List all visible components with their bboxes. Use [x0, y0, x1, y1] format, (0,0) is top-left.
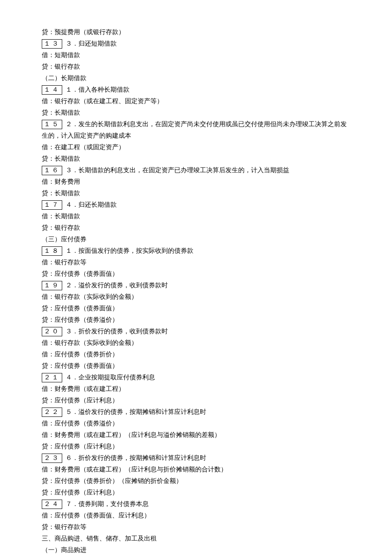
line-text: 借：应付债券（债券面值、应计利息）	[42, 512, 150, 519]
boxed-number: １９	[42, 281, 62, 290]
boxed-number: ２３	[42, 454, 62, 463]
line-text: 贷：长期借款	[42, 190, 80, 197]
text-line: 借：应付债券（债券折价）	[42, 349, 350, 360]
text-line: １９ ２．溢价发行的债券，收到债券款时	[42, 280, 350, 291]
line-text: 三、商品购进、销售、储存、加工及出租	[42, 535, 157, 542]
line-text: 借：财务费用（或在建工程）（应计利息与折价摊销额的合计数）	[42, 466, 227, 473]
text-line: 贷：长期借款	[42, 153, 350, 165]
line-text: 贷：应付债券（应计利息）	[42, 443, 118, 450]
boxed-number: １５	[42, 120, 62, 129]
boxed-number: ２１	[42, 373, 62, 382]
text-line: １５ ２．发生的长期借款利息支出，在固定资产尚未交付使用或虽已交付使用但尚未办理…	[42, 119, 350, 142]
text-line: 贷：银行存款等	[42, 521, 350, 533]
line-text: 借：银行存款等	[42, 259, 86, 266]
text-line: 贷：应付债券（债券溢价）	[42, 314, 350, 326]
line-text: 贷：应付债券（债券折价）（应摊销的折价金额）	[42, 477, 182, 484]
text-line: 借：银行存款（实际收到的金额）	[42, 337, 350, 349]
boxed-number: ２０	[42, 327, 62, 336]
line-text: 借：长期借款	[42, 213, 80, 220]
line-text: （三）应付债券	[42, 236, 86, 243]
line-text: ５．溢价发行的债券，按期摊销和计算应计利息时	[66, 408, 206, 415]
line-text: 贷：应付债券（应计利息）	[42, 397, 118, 404]
line-text: 借：财务费用	[42, 178, 80, 185]
text-line: １３ ３．归还短期借款	[42, 38, 350, 49]
boxed-number: １４	[42, 85, 62, 95]
line-text: 借：在建工程（或固定资产）	[42, 144, 125, 150]
line-text: ６．折价发行的债券，按期摊销和计算应计利息时	[66, 454, 206, 461]
text-line: １８ １．按面值发行的债券，按实际收到的债券款	[42, 245, 350, 257]
document-page: 贷：预提费用（或银行存款）１３ ３．归还短期借款借：短期借款贷：银行存款（二）长…	[0, 0, 392, 555]
line-text: 借：银行存款（实际收到的金额）	[42, 339, 138, 346]
line-text: 贷：银行存款	[42, 63, 80, 70]
text-line: 借：银行存款等	[42, 257, 350, 268]
text-line: ２３ ６．折价发行的债券，按期摊销和计算应计利息时	[42, 452, 350, 464]
boxed-number: １８	[42, 246, 62, 256]
line-text: 贷：银行存款等	[42, 523, 86, 530]
text-line: （三）应付债券	[42, 234, 350, 245]
text-line: 借：财务费用	[42, 176, 350, 188]
line-text: 贷：银行存款	[42, 224, 80, 231]
line-text: ３．长期借款的利息支出，在固定资产已办理竣工决算后发生的，计入当期损益	[66, 167, 289, 173]
text-line: 借：银行存款（实际收到的金额）	[42, 291, 350, 303]
boxed-number: １７	[42, 200, 62, 210]
line-text: ４．企业按期提取应付债券利息	[66, 374, 155, 381]
boxed-number: １３	[42, 39, 62, 49]
line-text: 贷：长期借款	[42, 155, 80, 162]
text-line: 贷：长期借款	[42, 188, 350, 199]
line-text: 贷：应付债券（债券面值）	[42, 362, 118, 369]
text-line: （二）长期借款	[42, 72, 350, 84]
text-line: １６ ３．长期借款的利息支出，在固定资产已办理竣工决算后发生的，计入当期损益	[42, 165, 350, 176]
line-text: 借：银行存款（实际收到的金额）	[42, 293, 138, 300]
text-line: 三、商品购进、销售、储存、加工及出租	[42, 533, 350, 544]
text-line: ２０ ３．折价发行的债券，收到债券款时	[42, 326, 350, 337]
text-line: ２１ ４．企业按期提取应付债券利息	[42, 372, 350, 383]
document-body: 贷：预提费用（或银行存款）１３ ３．归还短期借款借：短期借款贷：银行存款（二）长…	[42, 26, 350, 555]
line-text: ２．发生的长期借款利息支出，在固定资产尚未交付使用或虽已交付使用但尚未办理竣工决…	[42, 121, 347, 139]
text-line: 贷：应付债券（应计利息）	[42, 395, 350, 406]
text-line: 贷：长期借款	[42, 107, 350, 119]
line-text: （二）长期借款	[42, 75, 86, 81]
text-line: 贷：应付债券（应计利息）	[42, 441, 350, 452]
line-text: 借：财务费用（或在建工程）	[42, 385, 125, 392]
text-line: 贷：应付债券（债券面值）	[42, 360, 350, 372]
text-line: 借：在建工程（或固定资产）	[42, 142, 350, 153]
text-line: 借：应付债券（债券溢价）	[42, 418, 350, 429]
text-line: 贷：预提费用（或银行存款）	[42, 26, 350, 38]
line-text: 贷：应付债券（债券面值）	[42, 305, 118, 312]
line-text: 借：应付债券（债券溢价）	[42, 420, 118, 427]
text-line: 贷：应付债券（债券面值）	[42, 303, 350, 314]
boxed-number: ２４	[42, 500, 62, 509]
text-line: 借：财务费用（或在建工程）（应计利息与溢价摊销额的差额）	[42, 429, 350, 441]
line-text: （一）商品购进	[42, 546, 86, 553]
line-text: 贷：长期借款	[42, 109, 80, 116]
line-text: 贷：预提费用（或银行存款）	[42, 29, 125, 35]
line-text: １．按面值发行的债券，按实际收到的债券款	[66, 247, 193, 254]
text-line: 贷：应付债券（债券面值）	[42, 268, 350, 280]
text-line: 贷：银行存款	[42, 61, 350, 72]
text-line: 借：长期借款	[42, 211, 350, 222]
text-line: 借：短期借款	[42, 49, 350, 61]
line-text: ３．归还短期借款	[66, 40, 117, 47]
text-line: １４ １．借入各种长期借款	[42, 84, 350, 95]
line-text: 贷：应付债券（债券溢价）	[42, 316, 118, 323]
text-line: 借：财务费用（或在建工程）（应计利息与折价摊销额的合计数）	[42, 464, 350, 475]
text-line: （一）商品购进	[42, 544, 350, 555]
text-line: 借：财务费用（或在建工程）	[42, 383, 350, 395]
text-line: ２２ ５．溢价发行的债券，按期摊销和计算应计利息时	[42, 406, 350, 418]
line-text: ３．折价发行的债券，收到债券款时	[66, 328, 168, 335]
line-text: ７．债券到期，支付债券本息	[66, 500, 149, 507]
boxed-number: ２２	[42, 408, 62, 417]
line-text: ２．溢价发行的债券，收到债券款时	[66, 282, 168, 289]
line-text: ４．归还长期借款	[66, 201, 117, 208]
text-line: 贷：应付债券（债券折价）（应摊销的折价金额）	[42, 475, 350, 487]
line-text: 借：银行存款（或在建工程、固定资产等）	[42, 98, 163, 104]
line-text: １．借入各种长期借款	[66, 86, 130, 93]
text-line: 借：应付债券（债券面值、应计利息）	[42, 510, 350, 521]
text-line: ２４ ７．债券到期，支付债券本息	[42, 498, 350, 510]
boxed-number: １６	[42, 166, 62, 175]
line-text: 借：应付债券（债券折价）	[42, 351, 118, 358]
text-line: 贷：银行存款	[42, 222, 350, 234]
text-line: １７ ４．归还长期借款	[42, 199, 350, 211]
text-line: 贷：应付债券（应计利息）	[42, 487, 350, 498]
line-text: 贷：应付债券（应计利息）	[42, 489, 118, 496]
